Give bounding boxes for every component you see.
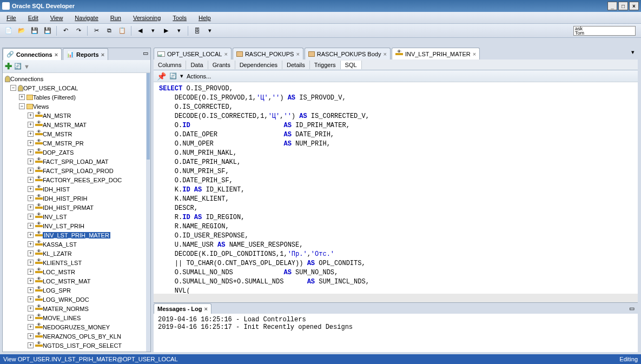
pin-icon[interactable]: 📌 xyxy=(157,72,166,81)
tree-views[interactable]: − Views xyxy=(3,102,150,111)
tree-view-item[interactable]: +LOC_MSTR xyxy=(3,267,150,276)
tree-view-item[interactable]: +NEDOGRUZES_MONEY xyxy=(3,322,150,332)
tree-view-item[interactable]: +AN_MSTR xyxy=(3,111,150,120)
messages-tab[interactable]: Messages - Log × xyxy=(154,303,212,314)
expand-icon[interactable]: + xyxy=(28,315,34,321)
dropdown-fwd[interactable]: ▾ xyxy=(174,25,184,36)
expand-icon[interactable]: + xyxy=(28,186,34,192)
menu-versioning[interactable]: Versioning xyxy=(131,14,163,22)
redo-button[interactable]: ↷ xyxy=(73,25,84,36)
editor-tab[interactable]: RASCH_POKUPS× xyxy=(233,48,303,59)
expand-icon[interactable]: + xyxy=(28,122,34,128)
sql-worksheet-button[interactable]: 🗄 xyxy=(191,25,202,36)
tree-scrollbar[interactable] xyxy=(146,73,150,352)
tree-view-item[interactable]: +AN_MSTR_MAT xyxy=(3,120,150,129)
expand-icon[interactable]: + xyxy=(28,342,34,348)
tree-view-item[interactable]: +KL_LZATR xyxy=(3,249,150,258)
menu-edit[interactable]: Edit xyxy=(26,14,41,22)
forward-button[interactable]: ▶ xyxy=(161,25,171,36)
messages-log[interactable]: 2019-04-16 16:25:16 - Load Controllers 2… xyxy=(154,314,638,352)
subtab-triggers[interactable]: Triggers xyxy=(310,61,341,69)
expand-icon[interactable]: + xyxy=(28,278,34,284)
close-icon[interactable]: × xyxy=(383,51,386,57)
minimize-panel-icon[interactable]: ▭ xyxy=(141,48,150,60)
tree-view-item[interactable]: +INV_LST_PRIH xyxy=(3,221,150,230)
tree-view-item[interactable]: +IDH_HIST xyxy=(3,184,150,194)
expand-icon[interactable]: + xyxy=(28,241,34,247)
cut-button[interactable]: ✂ xyxy=(91,25,102,36)
expand-icon[interactable]: + xyxy=(28,158,34,164)
refresh-icon[interactable]: 🔄 xyxy=(14,63,22,70)
subtab-data[interactable]: Data xyxy=(186,61,208,69)
menu-view[interactable]: View xyxy=(48,14,65,22)
menu-tools[interactable]: Tools xyxy=(170,14,189,22)
tree-view-item[interactable]: +INV_LST xyxy=(3,212,150,221)
dropdown-sql[interactable]: ▾ xyxy=(204,25,215,36)
subtab-columns[interactable]: Columns xyxy=(154,61,186,69)
menu-run[interactable]: Run xyxy=(108,14,123,22)
tree-view-item[interactable]: +CM_MSTR xyxy=(3,129,150,138)
expand-icon[interactable]: + xyxy=(28,223,34,229)
dropdown-icon[interactable]: ▾ xyxy=(180,72,183,80)
expand-icon[interactable]: + xyxy=(28,296,34,302)
save-all-button[interactable]: 💾 xyxy=(42,25,53,36)
editor-tab[interactable]: RASCH_POKUPS Body× xyxy=(305,48,391,59)
editor-tab[interactable]: OPT_USER_LOCAL× xyxy=(154,48,232,59)
tree-view-item[interactable]: +LOG_SPR xyxy=(3,286,150,295)
save-button[interactable]: 💾 xyxy=(29,25,40,36)
close-icon[interactable]: × xyxy=(296,51,299,57)
editor-tab[interactable]: INV_LST_PRIH_MATER× xyxy=(392,48,480,59)
collapse-icon[interactable]: − xyxy=(10,85,16,91)
tree-view-item[interactable]: +KLIENTS_LST xyxy=(3,258,150,267)
close-icon[interactable]: × xyxy=(224,51,227,57)
minimize-button[interactable]: _ xyxy=(607,2,617,10)
expand-icon[interactable]: + xyxy=(28,306,34,312)
close-icon[interactable]: × xyxy=(204,306,208,312)
minimize-panel-icon[interactable]: ▭ xyxy=(626,304,638,313)
expand-icon[interactable]: + xyxy=(28,140,34,146)
tree-view-item[interactable]: +KASSA_LST xyxy=(3,240,150,249)
connections-tab[interactable]: 🔗 Connections × xyxy=(3,48,62,60)
close-button[interactable]: × xyxy=(629,2,639,10)
expand-icon[interactable]: + xyxy=(28,260,34,266)
close-icon[interactable]: × xyxy=(473,51,476,57)
expand-icon[interactable]: + xyxy=(28,112,34,118)
expand-icon[interactable]: + xyxy=(28,177,34,183)
tree-root[interactable]: Connections xyxy=(3,74,150,83)
tree-tables[interactable]: + Tables (Filtered) xyxy=(3,92,150,102)
menu-navigate[interactable]: Navigate xyxy=(72,14,100,22)
expand-icon[interactable]: + xyxy=(28,287,34,293)
tree-view-item[interactable]: +CM_MSTR_PR xyxy=(3,138,150,148)
tree-view-item[interactable]: +NERAZNOS_OPLS_BY_KLN xyxy=(3,332,150,341)
close-icon[interactable]: × xyxy=(55,51,58,58)
menu-file[interactable]: File xyxy=(4,14,18,22)
tree-view-item[interactable]: +INV_LST_PRIH_MATER xyxy=(3,230,150,240)
menu-help[interactable]: Help xyxy=(196,14,213,22)
undo-button[interactable]: ↶ xyxy=(60,25,71,36)
tree-view-item[interactable]: +NGTDS_LIST_FOR_SELECT xyxy=(3,341,150,350)
actions-button[interactable]: Actions... xyxy=(187,73,211,80)
expand-icon[interactable]: + xyxy=(28,333,34,339)
ask-tom-search[interactable]: ask Tom xyxy=(573,26,636,36)
tree-view-item[interactable]: +DOP_ZATS xyxy=(3,148,150,157)
reports-tab[interactable]: 📊 Reports × xyxy=(63,48,108,60)
copy-button[interactable]: ⧉ xyxy=(104,25,115,36)
expand-icon[interactable]: + xyxy=(28,131,34,137)
dropdown-back[interactable]: ▾ xyxy=(148,25,158,36)
subtab-details[interactable]: Details xyxy=(282,61,310,69)
tree-view-item[interactable]: +MATER_NORMS xyxy=(3,304,150,313)
new-button[interactable]: 📄 xyxy=(3,25,14,36)
tree-view-item[interactable]: +IDH_HIST_PRMAT xyxy=(3,203,150,212)
subtab-dependencies[interactable]: Dependencies xyxy=(235,61,282,69)
expand-icon[interactable]: + xyxy=(28,232,34,238)
expand-icon[interactable]: + xyxy=(28,324,34,330)
sql-code-editor[interactable]: SELECT O.IS_PROVOD, DECODE(O.IS_PROVOD,1… xyxy=(154,82,638,294)
horizontal-scrollbar[interactable] xyxy=(154,294,638,302)
filter-icon[interactable]: ▼ xyxy=(24,63,30,70)
tree-view-item[interactable]: +LOC_MSTR_MAT xyxy=(3,276,150,286)
collapse-icon[interactable]: − xyxy=(19,103,25,109)
tree-view-item[interactable]: +FACTORY_REES_EXP_DOC xyxy=(3,175,150,184)
expand-icon[interactable]: + xyxy=(28,195,34,201)
connections-tree[interactable]: Connections − OPT_USER_LOCAL + Tables (F… xyxy=(3,73,150,352)
tree-view-item[interactable]: +FACT_SPR_LOAD_PROD xyxy=(3,166,150,175)
